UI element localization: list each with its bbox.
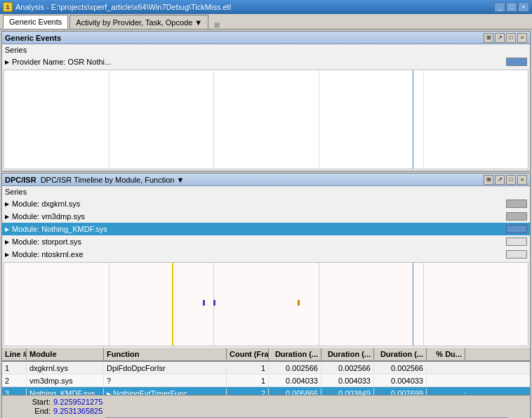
row3-line: 3 xyxy=(2,388,27,396)
bottom-panel: DPC/ISR DPC/ISR Timeline by Module, Func… xyxy=(1,173,531,418)
title-bar: 1 Analysis - E:\projects\xperf_article\x… xyxy=(0,0,532,14)
series-color-0 xyxy=(506,200,527,208)
row3-pct xyxy=(427,393,465,394)
bottom-panel-btn2[interactable]: ↗ xyxy=(495,175,505,185)
top-panel-btn2[interactable]: ↗ xyxy=(495,33,505,43)
series-name-0: Module: dxgkrnl.sys xyxy=(12,200,503,208)
top-chart-area xyxy=(4,70,528,169)
bottom-panel-header: DPC/ISR DPC/ISR Timeline by Module, Func… xyxy=(2,174,530,186)
col-header-line: Line # xyxy=(2,348,27,360)
bottom-series-row-2: ▶ Module: Nothing_KMDF.sys xyxy=(2,223,530,235)
window-title: Analysis - E:\projects\xperf_article\x64… xyxy=(15,3,231,11)
tab-bar: Generic Events Activity by Provider, Tas… xyxy=(0,14,532,30)
tab-activity-by-provider[interactable]: Activity by Provider, Task, Opcode ▼ xyxy=(69,15,208,29)
end-value: 9.2531365825 xyxy=(53,407,102,415)
yellow-selection-line xyxy=(172,263,173,346)
top-panel-title: Generic Events xyxy=(5,34,61,42)
maximize-button[interactable]: □ xyxy=(506,2,517,12)
row3-module: Nothing_KMDF.sys xyxy=(27,388,104,396)
bottom-series-label: Series xyxy=(2,186,530,197)
top-panel-btn3[interactable]: □ xyxy=(506,33,516,43)
col-header-dur2: Duration (... xyxy=(321,348,374,360)
series-color-1 xyxy=(506,212,527,221)
series-name-2: Module: Nothing_KMDF.sys xyxy=(12,225,503,233)
top-series-name: Provider Name: OSR Nothi... xyxy=(12,58,503,66)
row3-count: 2 xyxy=(227,388,269,396)
bottom-panel-subtitle: DPC/ISR Timeline by Module, Function ▼ xyxy=(41,176,185,184)
main-container: Generic Events ⊞ ↗ □ × Series ▶ Provider… xyxy=(0,30,532,418)
series-name-4: Module: ntoskrnl.exe xyxy=(12,250,503,259)
series-color-2 xyxy=(506,225,527,233)
dpc-tick-1 xyxy=(203,300,205,306)
top-panel: Generic Events ⊞ ↗ □ × Series ▶ Provider… xyxy=(1,31,531,171)
bottom-series-row-4: ▶ Module: ntoskrnl.exe xyxy=(2,248,530,261)
minimize-button[interactable]: _ xyxy=(494,2,505,12)
tab-generic-events[interactable]: Generic Events xyxy=(3,15,68,29)
top-series-row: ▶ Provider Name: OSR Nothi... xyxy=(2,55,530,68)
bottom-panel-controls: ⊞ ↗ □ × xyxy=(484,175,527,185)
status-bar: Start: 9.2259521275 End: 9.2531365825 Du… xyxy=(2,395,530,418)
row2-pct xyxy=(427,380,465,381)
col-header-dur3: Duration (... xyxy=(374,348,427,360)
row3-dur2: 0.003849 xyxy=(321,388,374,396)
row2-count: 1 xyxy=(227,376,269,386)
start-value: 9.2259521275 xyxy=(53,398,102,406)
tab-move-icon: ⊞ xyxy=(213,20,221,29)
top-series-color xyxy=(506,58,527,66)
row1-function: DpiFdoDpcForIsr xyxy=(104,363,227,373)
col-header-function: Function xyxy=(104,348,227,360)
row2-line: 2 xyxy=(2,376,27,386)
end-row: End: 9.2531365825 xyxy=(5,407,527,417)
row2-function: ? xyxy=(104,376,227,386)
top-panel-header: Generic Events ⊞ ↗ □ × xyxy=(2,32,530,44)
row2-dur1: 0.004033 xyxy=(269,376,321,386)
table-row[interactable]: 3 Nothing_KMDF.sys ▶NothingEvtTimerFunc … xyxy=(2,387,530,395)
top-panel-btn4[interactable]: × xyxy=(517,33,527,43)
row1-dur1: 0.002566 xyxy=(269,363,321,373)
table-row[interactable]: 1 dxgkrnl.sys DpiFdoDpcForIsr 1 0.002566… xyxy=(2,362,530,374)
bottom-panel-title: DPC/ISR xyxy=(5,176,36,184)
bottom-panel-btn4[interactable]: × xyxy=(517,175,527,185)
dpc-chart-area xyxy=(4,262,528,346)
row2-module: vm3dmp.sys xyxy=(27,376,104,386)
start-row: Start: 9.2259521275 xyxy=(5,397,527,407)
close-button[interactable]: × xyxy=(518,2,529,12)
col-header-dur1: Duration (... xyxy=(269,348,321,360)
row1-module: dxgkrnl.sys xyxy=(27,363,104,373)
col-header-module: Module xyxy=(27,348,104,360)
row2-dur3: 0.004033 xyxy=(374,376,427,386)
data-table: Line # Module Function Count (Fra... Dur… xyxy=(2,348,530,395)
row2-dur2: 0.004033 xyxy=(321,376,374,386)
col-header-count: Count (Fra... xyxy=(227,348,269,360)
title-bar-left: 1 Analysis - E:\projects\xperf_article\x… xyxy=(3,2,231,12)
dpc-orange-tick-1 xyxy=(298,300,300,306)
bottom-series-row-1: ▶ Module: vm3dmp.sys xyxy=(2,210,530,223)
col-header-pct: % Du... xyxy=(427,348,465,360)
series-triangle: ▶ xyxy=(5,59,9,65)
app-icon: 1 xyxy=(3,2,13,12)
series-color-4 xyxy=(506,250,527,259)
top-panel-btn1[interactable]: ⊞ xyxy=(484,33,493,43)
row3-dur3: 0.007699 xyxy=(374,388,427,396)
row1-dur2: 0.002566 xyxy=(321,363,374,373)
top-series-label: Series xyxy=(2,44,530,55)
row1-count: 1 xyxy=(227,363,269,373)
row1-dur3: 0.002566 xyxy=(374,363,427,373)
start-label: Start: xyxy=(5,398,51,406)
window-controls: _ □ × xyxy=(494,2,529,12)
table-row[interactable]: 2 vm3dmp.sys ? 1 0.004033 0.004033 0.004… xyxy=(2,374,530,387)
row3-function: ▶NothingEvtTimerFunc xyxy=(104,388,227,396)
series-name-1: Module: vm3dmp.sys xyxy=(12,212,503,221)
series-color-3 xyxy=(506,237,527,246)
row3-dur1: 0.005866 xyxy=(269,388,321,396)
bottom-panel-btn3[interactable]: □ xyxy=(506,175,516,185)
row1-pct xyxy=(427,367,465,369)
table-body: 1 dxgkrnl.sys DpiFdoDpcForIsr 1 0.002566… xyxy=(2,362,530,395)
table-header: Line # Module Function Count (Fra... Dur… xyxy=(2,348,530,362)
bottom-series-row-3: ▶ Module: storport.sys xyxy=(2,235,530,248)
bottom-panel-btn1[interactable]: ⊞ xyxy=(484,175,493,185)
series-name-3: Module: storport.sys xyxy=(12,237,503,246)
top-panel-controls: ⊞ ↗ □ × xyxy=(484,33,527,43)
bottom-series-row-0: ▶ Module: dxgkrnl.sys xyxy=(2,197,530,210)
end-label: End: xyxy=(5,407,51,415)
